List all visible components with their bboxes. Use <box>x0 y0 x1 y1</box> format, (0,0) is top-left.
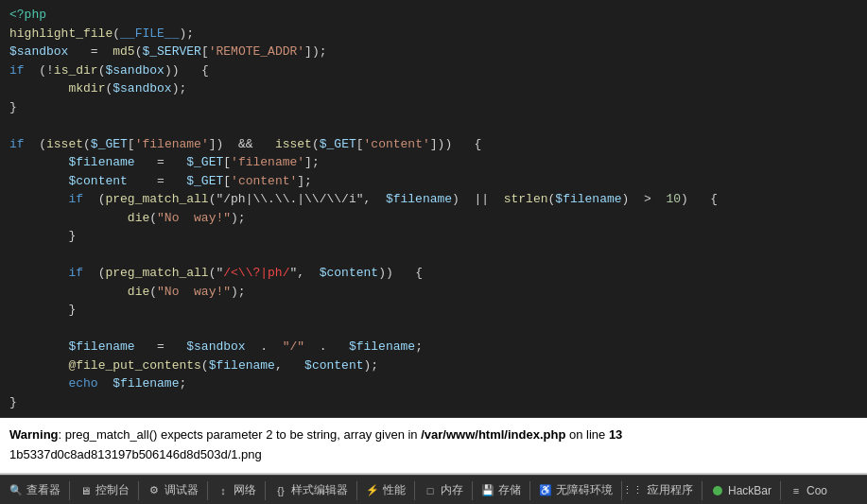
devtools-separator <box>138 481 139 500</box>
devtools-debugger[interactable]: ⚙调试器 <box>142 478 204 502</box>
code-line: if (isset($_GET['filename']) && isset($_… <box>9 135 858 154</box>
storage-label: 存储 <box>498 482 521 498</box>
debugger-label: 调试器 <box>165 482 199 498</box>
devtools-separator <box>356 481 357 500</box>
devtools-more[interactable]: ≡Coo <box>784 480 833 501</box>
code-line: mkdir($sandbox); <box>9 79 858 98</box>
style-editor-label: 样式编辑器 <box>291 482 348 498</box>
hackbar-label: HackBar <box>728 484 772 497</box>
code-line: $filename = $_GET['filename']; <box>9 153 858 172</box>
application-label: 应用程序 <box>648 482 693 498</box>
hackbar-dot-icon <box>713 486 722 495</box>
code-line <box>9 246 858 265</box>
inspector-icon: 🔍 <box>9 484 23 497</box>
application-icon: ⋮⋮⋮ <box>631 484 644 497</box>
devtools-console[interactable]: 🖥控制台 <box>73 478 135 502</box>
warning-text: : preg_match_all() expects parameter 2 t… <box>59 427 422 442</box>
code-line <box>9 320 858 339</box>
devtools-separator <box>472 481 473 500</box>
devtools-separator <box>414 481 415 500</box>
devtools-network[interactable]: ↕网络 <box>211 478 262 502</box>
devtools-separator <box>265 481 266 500</box>
code-line: $sandbox = md5($_SERVER['REMOTE_ADDR']); <box>9 43 858 61</box>
code-display: <?phphighlight_file(__FILE__);$sandbox =… <box>0 0 867 418</box>
code-line: if (!is_dir($sandbox)) { <box>9 61 858 80</box>
warning-message: Warning: preg_match_all() expects parame… <box>0 418 867 475</box>
code-line: } <box>9 301 858 320</box>
storage-icon: 💾 <box>481 484 494 497</box>
devtools-separator <box>702 481 702 500</box>
code-line: if (preg_match_all("/<\\?|ph/", $content… <box>9 264 858 283</box>
code-line: highlight_file(__FILE__); <box>9 25 858 43</box>
console-icon: 🖥 <box>78 484 92 497</box>
hackbar-icon <box>711 484 724 497</box>
code-line: @file_put_contents($filename, $content); <box>9 356 858 375</box>
devtools-separator <box>207 481 208 500</box>
devtools-memory[interactable]: □内存 <box>418 478 469 502</box>
memory-icon: □ <box>424 484 437 497</box>
inspector-label: 查看器 <box>26 482 61 498</box>
code-line: die("No way!"); <box>9 283 858 302</box>
devtools-separator <box>780 481 781 500</box>
devtools-storage[interactable]: 💾存储 <box>476 478 527 502</box>
warning-on-line: on line <box>565 427 609 442</box>
more-label: Coo <box>806 484 827 497</box>
code-line <box>9 116 858 135</box>
code-line: $content = $_GET['content']; <box>9 172 858 191</box>
code-line: } <box>9 393 858 412</box>
devtools-bar: 🔍查看器🖥控制台⚙调试器↕网络{}样式编辑器⚡性能□内存💾存储♿无障碍环境⋮⋮⋮… <box>0 475 867 504</box>
accessibility-icon: ♿ <box>539 484 552 497</box>
console-label: 控制台 <box>95 482 130 498</box>
code-line: if (preg_match_all("/ph|\\.\\.|\\/\\/i",… <box>9 190 858 209</box>
devtools-accessibility[interactable]: ♿无障碍环境 <box>533 478 618 502</box>
style-editor-icon: {} <box>274 484 287 497</box>
devtools-style-editor[interactable]: {}样式编辑器 <box>269 478 354 502</box>
more-icon: ≡ <box>789 484 803 497</box>
devtools-hackbar[interactable]: HackBar <box>705 480 777 501</box>
warning-label: Warning <box>9 427 59 442</box>
code-line: die("No way!"); <box>9 209 858 228</box>
network-icon: ↕ <box>217 484 230 497</box>
code-line: $filename = $sandbox . "/" . $filename; <box>9 338 858 356</box>
debugger-icon: ⚙ <box>147 484 161 497</box>
devtools-separator <box>69 481 70 500</box>
performance-icon: ⚡ <box>366 484 379 497</box>
warning-line-num: 13 <box>609 427 622 442</box>
code-line: <?php <box>9 6 858 25</box>
warning-path: /var/www/html/index.php <box>421 427 565 442</box>
accessibility-label: 无障碍环境 <box>556 482 613 498</box>
code-line: } <box>9 98 858 117</box>
performance-label: 性能 <box>383 482 406 498</box>
devtools-performance[interactable]: ⚡性能 <box>360 478 411 502</box>
warning-extra: 1b5337d0c8ad813197b506146d8d503d/1.png <box>9 447 262 461</box>
memory-label: 内存 <box>441 482 463 498</box>
devtools-separator <box>529 481 530 500</box>
network-label: 网络 <box>234 482 256 498</box>
code-line: } <box>9 227 858 246</box>
devtools-application[interactable]: ⋮⋮⋮应用程序 <box>625 478 699 502</box>
code-line: echo $filename; <box>9 374 858 393</box>
devtools-inspector[interactable]: 🔍查看器 <box>4 478 66 502</box>
